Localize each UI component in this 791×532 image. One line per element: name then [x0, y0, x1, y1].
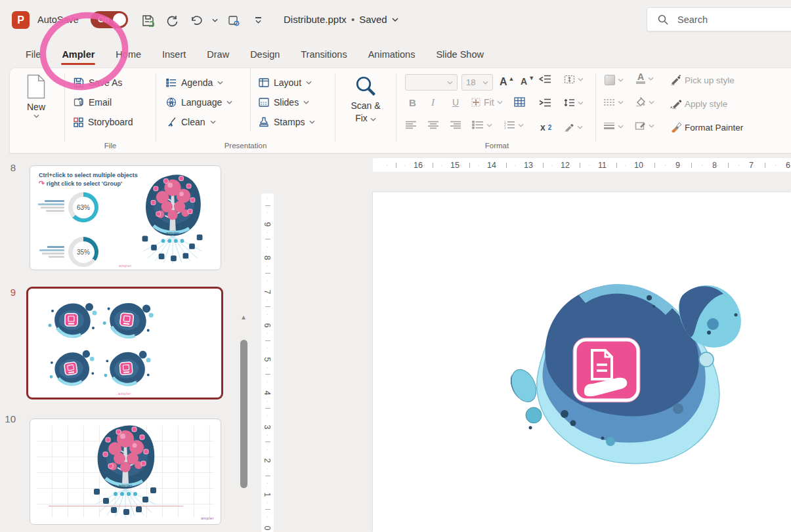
- numbered-list-button[interactable]: 123: [503, 121, 524, 129]
- ribbon-tab[interactable]: Ampler: [53, 41, 103, 68]
- font-color-button[interactable]: A: [636, 73, 654, 84]
- customize-toolbar-icon[interactable]: [249, 12, 267, 29]
- watermark: ampler: [118, 392, 131, 396]
- language-button[interactable]: A Language: [166, 92, 250, 112]
- increase-indent-icon: [539, 98, 551, 107]
- ruler-mark: ··11: [570, 158, 607, 172]
- layout-button[interactable]: Layout: [259, 73, 324, 92]
- slide-number: 10: [0, 413, 16, 424]
- ribbon-tab[interactable]: Transitions: [292, 41, 355, 68]
- save-as-button[interactable]: Save As: [74, 73, 154, 92]
- search-box[interactable]: [647, 7, 791, 31]
- distribute-illustration[interactable]: [487, 268, 791, 485]
- ribbon-tab[interactable]: Slide Show: [427, 41, 492, 68]
- thumbnail-scrollbar[interactable]: [240, 340, 247, 488]
- svg-text:A: A: [169, 100, 174, 106]
- ruler-mark: ··6: [261, 297, 274, 331]
- shape-fill-button[interactable]: [605, 75, 624, 85]
- fit-chevron-icon: [497, 100, 503, 104]
- save-icon[interactable]: [139, 12, 156, 29]
- ribbon-tab[interactable]: Animations: [360, 41, 424, 68]
- undo-chevron-icon[interactable]: [212, 18, 218, 22]
- ruler-mark: ··8: [261, 229, 274, 263]
- ruler-mark: ··5: [261, 330, 274, 364]
- decrease-indent-icon: [539, 75, 551, 83]
- scan-fix-button[interactable]: Scan & Fix: [337, 68, 394, 153]
- table-grid-button[interactable]: [514, 97, 525, 107]
- slide-settings-icon[interactable]: [225, 12, 242, 29]
- svg-text:3: 3: [504, 127, 506, 129]
- format-painter-button[interactable]: Format Painter: [670, 122, 743, 133]
- paragraph-spacing-button[interactable]: [564, 75, 584, 84]
- line-weight-button[interactable]: [603, 122, 624, 131]
- scroll-up-arrow[interactable]: ▲: [238, 313, 249, 322]
- slide-thumbnail-10[interactable]: ampler: [30, 419, 221, 525]
- search-input[interactable]: [676, 14, 777, 26]
- grow-font-button[interactable]: A▲: [500, 76, 514, 88]
- watermark: ampler: [201, 516, 214, 520]
- increase-indent-button[interactable]: [539, 98, 551, 107]
- agenda-button[interactable]: Agenda: [166, 73, 250, 92]
- align-center-button[interactable]: [427, 121, 439, 129]
- scan-fix-label-1: Scan &: [351, 100, 380, 111]
- line-spacing-button[interactable]: [564, 98, 584, 107]
- ruler-mark: ··7: [717, 158, 754, 172]
- font-size-select[interactable]: 18: [461, 74, 493, 91]
- document-title[interactable]: Distribute.pptx • Saved: [284, 14, 398, 25]
- clean-button[interactable]: Clean: [166, 112, 250, 132]
- underline-button[interactable]: U: [452, 97, 459, 108]
- align-left-button[interactable]: [405, 121, 417, 129]
- bucket-fill-button[interactable]: [635, 97, 654, 107]
- ruler-mark: ··10: [607, 158, 643, 172]
- slide-number: 9: [0, 287, 16, 298]
- shape-fill-icon: [605, 75, 615, 85]
- ruler-mark: ··6: [754, 158, 790, 172]
- undo-icon[interactable]: [188, 12, 205, 29]
- refresh-icon[interactable]: [163, 12, 181, 29]
- table-grid-icon: [514, 97, 525, 107]
- shape-outline-button[interactable]: [635, 121, 654, 131]
- dash-style-chevron-icon: [618, 100, 624, 104]
- highlighter-button[interactable]: [564, 122, 583, 132]
- font-color-icon: A: [636, 73, 645, 84]
- bold-button[interactable]: B: [409, 97, 416, 108]
- format-group: 18 A▲ A▼ B I U Fit: [398, 68, 791, 153]
- ruler-mark: ··14: [460, 158, 496, 172]
- dash-style-icon: [603, 98, 615, 106]
- pick-up-style-button[interactable]: Pick up style: [670, 75, 735, 85]
- stamps-icon: [259, 117, 269, 127]
- align-right-button[interactable]: [450, 121, 461, 129]
- stamps-button[interactable]: Stamps: [259, 112, 324, 132]
- powerpoint-logo-icon[interactable]: P: [12, 11, 30, 29]
- pick-up-style-icon: [670, 75, 682, 85]
- shrink-font-button[interactable]: A▼: [521, 76, 534, 87]
- autosave-toggle[interactable]: On: [91, 11, 128, 28]
- scan-fix-chevron-icon: [370, 117, 376, 121]
- email-button[interactable]: Email: [74, 92, 154, 112]
- language-icon: A: [166, 97, 177, 108]
- slide-thumbnail-9[interactable]: ampler: [26, 287, 223, 399]
- slides-button[interactable]: Slides: [259, 92, 324, 112]
- apply-style-button[interactable]: Apply style: [670, 98, 727, 109]
- superscript-button[interactable]: x2: [540, 122, 551, 133]
- italic-button[interactable]: I: [431, 97, 435, 108]
- ribbon-tabs: FileAmplerHomeInsertDrawDesignTransition…: [0, 41, 791, 68]
- font-family-select[interactable]: [405, 74, 458, 91]
- decrease-indent-button[interactable]: [539, 75, 551, 83]
- tree-illustration: [79, 420, 171, 519]
- slide-thumbnail-8[interactable]: Ctrl+click to select multiple objects ↷ …: [30, 165, 221, 270]
- ribbon-tab[interactable]: Draw: [198, 41, 238, 68]
- new-button[interactable]: New: [10, 68, 62, 153]
- ribbon-tab[interactable]: Insert: [154, 41, 194, 68]
- shape-outline-icon: [635, 121, 646, 131]
- ribbon-tab[interactable]: File: [17, 41, 49, 68]
- bullet-list-button[interactable]: [472, 121, 492, 129]
- ribbon-tab[interactable]: Design: [242, 41, 288, 68]
- storyboard-button[interactable]: Storyboard: [74, 112, 154, 132]
- dash-style-button[interactable]: [603, 98, 624, 106]
- line-weight-icon: [603, 122, 615, 131]
- ruler-mark: ··3: [261, 398, 274, 432]
- align-right-icon: [450, 121, 461, 129]
- ribbon-tab[interactable]: Home: [107, 41, 150, 68]
- fit-text-button[interactable]: Fit: [471, 97, 503, 108]
